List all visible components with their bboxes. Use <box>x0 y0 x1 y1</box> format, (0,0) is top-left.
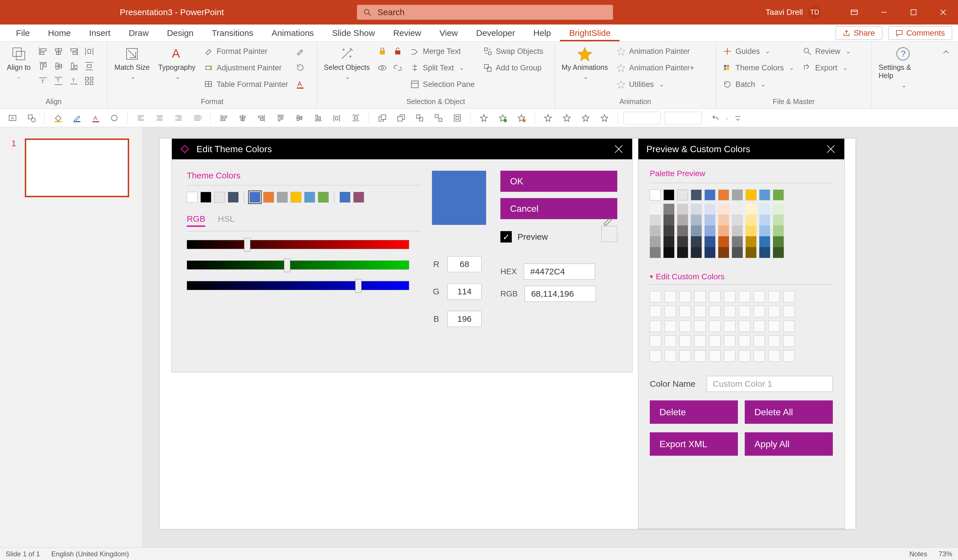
palette-shade[interactable] <box>650 236 661 247</box>
close-panel-button[interactable] <box>613 144 624 155</box>
send-backward-button[interactable] <box>393 112 408 124</box>
qdist-v[interactable] <box>348 112 363 124</box>
text-color-button[interactable]: A <box>293 78 307 91</box>
select-objects-button[interactable]: Select Objects <box>321 44 373 82</box>
palette-shade[interactable] <box>732 204 743 215</box>
selection-pane-button[interactable]: Selection Pane <box>408 78 477 91</box>
custom-color-slot[interactable] <box>753 306 765 317</box>
shape-button[interactable] <box>24 112 39 124</box>
custom-color-slot[interactable] <box>768 291 780 302</box>
tab-view[interactable]: View <box>430 25 467 41</box>
custom-color-slot[interactable] <box>650 335 661 347</box>
palette-swatch[interactable] <box>759 190 770 200</box>
custom-color-slot[interactable] <box>739 335 750 347</box>
theme-swatch[interactable] <box>277 192 288 202</box>
qal-right[interactable] <box>254 112 269 124</box>
custom-color-slot[interactable] <box>753 350 765 362</box>
align-center-button[interactable] <box>52 44 65 58</box>
star-c-button[interactable] <box>578 112 593 124</box>
effects-button[interactable] <box>107 112 122 124</box>
star-fav-button[interactable] <box>476 112 491 124</box>
qal-bottom[interactable] <box>311 112 325 124</box>
table-format-painter-button[interactable]: Table Format Painter <box>201 78 291 91</box>
star-a-button[interactable] <box>541 112 555 124</box>
theme-swatch[interactable] <box>304 192 315 202</box>
palette-shade[interactable] <box>650 204 661 215</box>
palette-swatch[interactable] <box>773 190 784 200</box>
slide-canvas[interactable]: Edit Theme Colors Theme Colors RGB HSL <box>160 139 855 529</box>
qal-left[interactable] <box>216 112 231 124</box>
color-name-input[interactable]: Custom Color 1 <box>707 376 833 392</box>
align-to-button[interactable]: Align to ⌄ <box>4 44 33 82</box>
palette-shade[interactable] <box>677 215 688 225</box>
customize-qat-button[interactable] <box>731 112 745 124</box>
regroup-button[interactable] <box>450 112 465 124</box>
palette-shade[interactable] <box>759 247 770 258</box>
palette-swatch[interactable] <box>718 190 729 200</box>
hex-input[interactable]: #4472C4 <box>524 264 595 280</box>
tab-developer[interactable]: Developer <box>467 25 524 41</box>
animation-painter-plus-button[interactable]: Animation Painter+ <box>614 61 697 75</box>
custom-color-slot[interactable] <box>753 291 765 302</box>
custom-color-slot[interactable] <box>665 335 676 347</box>
bring-forward-button[interactable] <box>375 112 389 124</box>
custom-color-slot[interactable] <box>694 335 706 347</box>
palette-shade[interactable] <box>759 215 770 225</box>
eye-button[interactable] <box>376 61 389 75</box>
tab-help[interactable]: Help <box>524 25 560 41</box>
custom-color-slot[interactable] <box>665 306 676 317</box>
rgb-input[interactable]: 68,114,196 <box>525 286 596 302</box>
theme-swatch[interactable] <box>290 192 301 202</box>
palette-shade[interactable] <box>732 225 743 236</box>
palette-shade[interactable] <box>677 204 688 215</box>
theme-swatch[interactable] <box>353 192 364 202</box>
tab-design[interactable]: Design <box>158 25 202 41</box>
align-text-mid-button[interactable]: T <box>52 74 65 88</box>
palette-shade[interactable] <box>650 215 661 225</box>
slide-preview[interactable] <box>25 139 129 197</box>
custom-color-slot[interactable] <box>768 306 780 317</box>
slide-thumbnails[interactable]: 1 <box>0 127 143 547</box>
adjustment-painter-button[interactable]: Adjustment Painter <box>201 61 291 75</box>
custom-color-slot[interactable] <box>739 350 750 362</box>
maximize-button[interactable] <box>899 0 928 25</box>
text-align-left-button[interactable] <box>133 112 148 124</box>
palette-shade[interactable] <box>773 236 784 247</box>
align-text-top-button[interactable]: T <box>36 74 50 88</box>
minimize-button[interactable] <box>869 0 899 25</box>
palette-shade[interactable] <box>718 204 729 215</box>
rotate-button[interactable] <box>293 61 307 75</box>
palette-swatch[interactable] <box>663 190 674 200</box>
zoom-value[interactable]: 73% <box>939 550 952 558</box>
align-text-bot-button[interactable]: T <box>67 74 81 88</box>
palette-shade[interactable] <box>745 247 757 258</box>
align-bottom-button[interactable] <box>67 59 81 73</box>
notes-button[interactable]: Notes <box>909 550 927 558</box>
delete-button[interactable]: Delete <box>650 400 738 424</box>
qal-middle[interactable] <box>292 112 306 124</box>
align-right-button[interactable] <box>67 44 81 58</box>
edit-custom-heading[interactable]: Edit Custom Colors <box>656 272 725 281</box>
lock-button[interactable] <box>376 44 389 58</box>
custom-color-slot[interactable] <box>724 335 735 347</box>
text-align-right-button[interactable] <box>171 112 186 124</box>
tab-draw[interactable]: Draw <box>119 25 158 41</box>
b-slider[interactable] <box>187 281 409 290</box>
palette-shade[interactable] <box>732 247 743 258</box>
distribute-h-button[interactable] <box>82 44 96 58</box>
theme-swatch[interactable] <box>263 192 274 202</box>
custom-color-slot[interactable] <box>679 335 691 347</box>
theme-swatch[interactable] <box>339 192 351 202</box>
theme-swatch[interactable] <box>200 192 211 202</box>
palette-shade[interactable] <box>704 247 715 258</box>
custom-color-slot[interactable] <box>768 350 780 362</box>
palette-swatch[interactable] <box>732 190 743 200</box>
palette-shade[interactable] <box>704 236 715 247</box>
mode-rgb-tab[interactable]: RGB <box>187 214 205 227</box>
custom-color-slot[interactable] <box>650 350 661 362</box>
custom-color-slot[interactable] <box>783 350 795 362</box>
merge-text-button[interactable]: Merge Text <box>408 44 477 58</box>
custom-color-slot[interactable] <box>739 306 750 317</box>
my-animations-button[interactable]: My Animations <box>559 44 611 82</box>
palette-swatch[interactable] <box>677 190 688 200</box>
